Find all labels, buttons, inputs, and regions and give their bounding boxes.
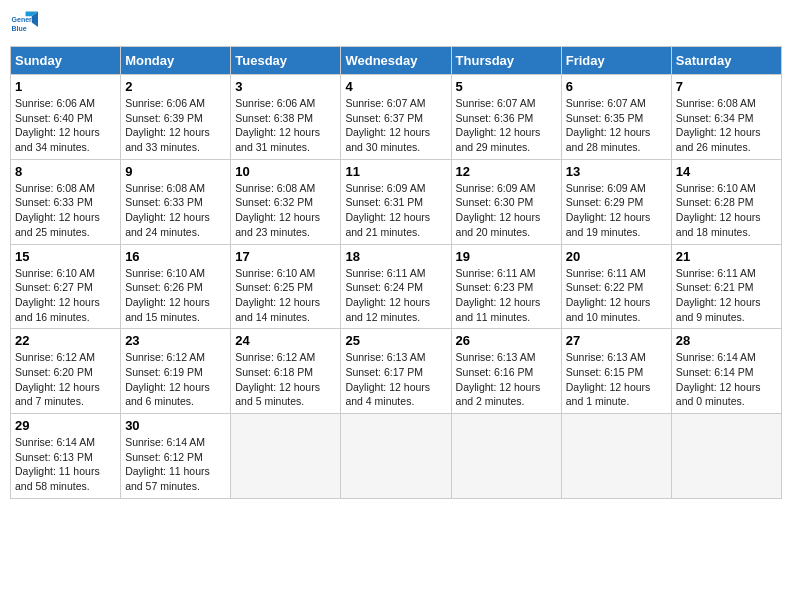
day-info: Sunrise: 6:08 AM Sunset: 6:33 PM Dayligh… [125,181,226,240]
svg-text:General: General [12,16,38,23]
calendar-cell: 28 Sunrise: 6:14 AM Sunset: 6:14 PM Dayl… [671,329,781,414]
day-number: 3 [235,79,336,94]
calendar-cell: 12 Sunrise: 6:09 AM Sunset: 6:30 PM Dayl… [451,159,561,244]
col-header-thursday: Thursday [451,47,561,75]
day-info: Sunrise: 6:10 AM Sunset: 6:25 PM Dayligh… [235,266,336,325]
calendar-cell: 18 Sunrise: 6:11 AM Sunset: 6:24 PM Dayl… [341,244,451,329]
calendar-cell: 7 Sunrise: 6:08 AM Sunset: 6:34 PM Dayli… [671,75,781,160]
day-number: 15 [15,249,116,264]
calendar-cell: 29 Sunrise: 6:14 AM Sunset: 6:13 PM Dayl… [11,414,121,499]
col-header-sunday: Sunday [11,47,121,75]
day-info: Sunrise: 6:06 AM Sunset: 6:40 PM Dayligh… [15,96,116,155]
day-info: Sunrise: 6:13 AM Sunset: 6:16 PM Dayligh… [456,350,557,409]
day-number: 19 [456,249,557,264]
day-info: Sunrise: 6:08 AM Sunset: 6:33 PM Dayligh… [15,181,116,240]
day-info: Sunrise: 6:08 AM Sunset: 6:32 PM Dayligh… [235,181,336,240]
col-header-tuesday: Tuesday [231,47,341,75]
logo-icon: General Blue [10,10,38,38]
calendar-cell [231,414,341,499]
day-info: Sunrise: 6:07 AM Sunset: 6:37 PM Dayligh… [345,96,446,155]
calendar-cell [451,414,561,499]
calendar-week-5: 29 Sunrise: 6:14 AM Sunset: 6:13 PM Dayl… [11,414,782,499]
day-number: 29 [15,418,116,433]
calendar-cell: 23 Sunrise: 6:12 AM Sunset: 6:19 PM Dayl… [121,329,231,414]
day-number: 1 [15,79,116,94]
day-number: 16 [125,249,226,264]
day-info: Sunrise: 6:13 AM Sunset: 6:17 PM Dayligh… [345,350,446,409]
calendar-cell: 2 Sunrise: 6:06 AM Sunset: 6:39 PM Dayli… [121,75,231,160]
day-number: 28 [676,333,777,348]
day-number: 25 [345,333,446,348]
calendar-cell: 25 Sunrise: 6:13 AM Sunset: 6:17 PM Dayl… [341,329,451,414]
svg-text:Blue: Blue [12,25,27,32]
calendar-week-1: 1 Sunrise: 6:06 AM Sunset: 6:40 PM Dayli… [11,75,782,160]
calendar-cell: 21 Sunrise: 6:11 AM Sunset: 6:21 PM Dayl… [671,244,781,329]
calendar-cell: 10 Sunrise: 6:08 AM Sunset: 6:32 PM Dayl… [231,159,341,244]
day-info: Sunrise: 6:12 AM Sunset: 6:18 PM Dayligh… [235,350,336,409]
calendar-cell: 6 Sunrise: 6:07 AM Sunset: 6:35 PM Dayli… [561,75,671,160]
day-number: 17 [235,249,336,264]
day-number: 24 [235,333,336,348]
day-info: Sunrise: 6:10 AM Sunset: 6:26 PM Dayligh… [125,266,226,325]
day-info: Sunrise: 6:11 AM Sunset: 6:24 PM Dayligh… [345,266,446,325]
calendar-cell: 24 Sunrise: 6:12 AM Sunset: 6:18 PM Dayl… [231,329,341,414]
calendar-cell: 13 Sunrise: 6:09 AM Sunset: 6:29 PM Dayl… [561,159,671,244]
day-number: 14 [676,164,777,179]
calendar-cell: 15 Sunrise: 6:10 AM Sunset: 6:27 PM Dayl… [11,244,121,329]
day-info: Sunrise: 6:14 AM Sunset: 6:13 PM Dayligh… [15,435,116,494]
day-info: Sunrise: 6:13 AM Sunset: 6:15 PM Dayligh… [566,350,667,409]
day-number: 9 [125,164,226,179]
day-number: 23 [125,333,226,348]
calendar-cell: 19 Sunrise: 6:11 AM Sunset: 6:23 PM Dayl… [451,244,561,329]
calendar-cell: 5 Sunrise: 6:07 AM Sunset: 6:36 PM Dayli… [451,75,561,160]
day-number: 26 [456,333,557,348]
calendar-week-3: 15 Sunrise: 6:10 AM Sunset: 6:27 PM Dayl… [11,244,782,329]
day-info: Sunrise: 6:11 AM Sunset: 6:23 PM Dayligh… [456,266,557,325]
calendar-cell: 3 Sunrise: 6:06 AM Sunset: 6:38 PM Dayli… [231,75,341,160]
page-header: General Blue [10,10,782,38]
day-number: 30 [125,418,226,433]
day-info: Sunrise: 6:07 AM Sunset: 6:35 PM Dayligh… [566,96,667,155]
day-number: 12 [456,164,557,179]
day-number: 11 [345,164,446,179]
day-number: 18 [345,249,446,264]
calendar-cell: 16 Sunrise: 6:10 AM Sunset: 6:26 PM Dayl… [121,244,231,329]
day-info: Sunrise: 6:10 AM Sunset: 6:27 PM Dayligh… [15,266,116,325]
day-info: Sunrise: 6:12 AM Sunset: 6:20 PM Dayligh… [15,350,116,409]
day-info: Sunrise: 6:08 AM Sunset: 6:34 PM Dayligh… [676,96,777,155]
calendar-cell: 11 Sunrise: 6:09 AM Sunset: 6:31 PM Dayl… [341,159,451,244]
calendar-cell: 14 Sunrise: 6:10 AM Sunset: 6:28 PM Dayl… [671,159,781,244]
day-number: 8 [15,164,116,179]
calendar-cell: 20 Sunrise: 6:11 AM Sunset: 6:22 PM Dayl… [561,244,671,329]
calendar-cell: 9 Sunrise: 6:08 AM Sunset: 6:33 PM Dayli… [121,159,231,244]
calendar-cell: 17 Sunrise: 6:10 AM Sunset: 6:25 PM Dayl… [231,244,341,329]
day-number: 6 [566,79,667,94]
day-info: Sunrise: 6:06 AM Sunset: 6:39 PM Dayligh… [125,96,226,155]
day-info: Sunrise: 6:09 AM Sunset: 6:30 PM Dayligh… [456,181,557,240]
calendar-cell: 4 Sunrise: 6:07 AM Sunset: 6:37 PM Dayli… [341,75,451,160]
calendar-cell [561,414,671,499]
day-number: 21 [676,249,777,264]
calendar-week-2: 8 Sunrise: 6:08 AM Sunset: 6:33 PM Dayli… [11,159,782,244]
calendar-cell: 22 Sunrise: 6:12 AM Sunset: 6:20 PM Dayl… [11,329,121,414]
calendar-table: SundayMondayTuesdayWednesdayThursdayFrid… [10,46,782,499]
calendar-cell: 30 Sunrise: 6:14 AM Sunset: 6:12 PM Dayl… [121,414,231,499]
day-info: Sunrise: 6:07 AM Sunset: 6:36 PM Dayligh… [456,96,557,155]
day-info: Sunrise: 6:11 AM Sunset: 6:21 PM Dayligh… [676,266,777,325]
col-header-friday: Friday [561,47,671,75]
day-info: Sunrise: 6:14 AM Sunset: 6:14 PM Dayligh… [676,350,777,409]
day-info: Sunrise: 6:09 AM Sunset: 6:31 PM Dayligh… [345,181,446,240]
day-number: 13 [566,164,667,179]
day-info: Sunrise: 6:14 AM Sunset: 6:12 PM Dayligh… [125,435,226,494]
calendar-cell: 26 Sunrise: 6:13 AM Sunset: 6:16 PM Dayl… [451,329,561,414]
calendar-week-4: 22 Sunrise: 6:12 AM Sunset: 6:20 PM Dayl… [11,329,782,414]
calendar-cell: 1 Sunrise: 6:06 AM Sunset: 6:40 PM Dayli… [11,75,121,160]
day-info: Sunrise: 6:12 AM Sunset: 6:19 PM Dayligh… [125,350,226,409]
calendar-cell: 27 Sunrise: 6:13 AM Sunset: 6:15 PM Dayl… [561,329,671,414]
col-header-wednesday: Wednesday [341,47,451,75]
day-info: Sunrise: 6:11 AM Sunset: 6:22 PM Dayligh… [566,266,667,325]
day-number: 4 [345,79,446,94]
day-info: Sunrise: 6:09 AM Sunset: 6:29 PM Dayligh… [566,181,667,240]
day-number: 10 [235,164,336,179]
logo: General Blue [10,10,38,38]
